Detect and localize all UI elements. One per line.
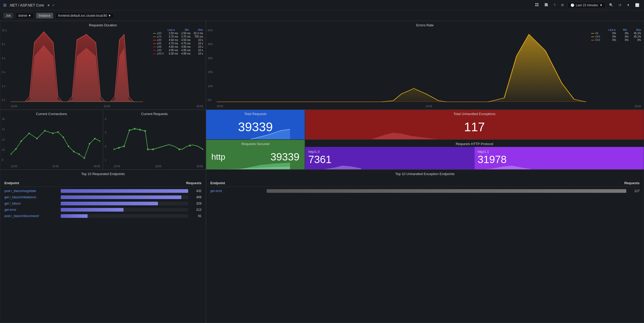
req-x-axis: 19:50 19:55 20:00 — [114, 165, 203, 168]
connections-chart — [11, 118, 100, 162]
connections-y-axis: 8 10 12 14 16 — [2, 118, 5, 162]
current-requests-panel: Current Requests 1 2 3 4 19:50 19:55 20:… — [103, 110, 206, 170]
http11-panel: http/1.1 31978 — [475, 147, 644, 169]
svg-rect-2 — [535, 5, 537, 6]
endpoint-label: get error — [210, 189, 262, 193]
nav-logo: ⊞ .NET / ASP.NET Core — [3, 3, 44, 8]
job-dropdown[interactable]: dotnet ▼ — [15, 13, 34, 19]
nav-actions: ? ⚙ 🕐 Last 15 minutes ▼ 🔍 ↺ ▼ ⬜ — [533, 2, 641, 9]
bar-container — [61, 208, 188, 212]
time-range-picker[interactable]: 🕐 Last 15 minutes ▼ — [568, 2, 606, 8]
share-icon[interactable]: ⤢ — [52, 3, 55, 7]
help-button[interactable]: ? — [552, 2, 557, 8]
top-exc-endpoints-panel: Top 10 Unhandled Exception Endpoints End… — [206, 170, 644, 323]
total-requests-value: 39339 — [238, 120, 273, 134]
bar-fill — [61, 208, 124, 212]
svg-point-14 — [63, 136, 64, 138]
main-content: Requests Duration 0 s 2 s 4 s 6 s 8 s 10… — [0, 21, 644, 323]
add-panel-button[interactable] — [533, 2, 541, 9]
svg-rect-0 — [535, 3, 537, 4]
svg-point-29 — [147, 148, 149, 150]
duration-x-axis: 19:50 19:55 20:00 — [11, 105, 203, 108]
svg-point-16 — [73, 151, 75, 152]
top-endpoints-header: Endpoint Requests — [4, 179, 201, 187]
svg-point-31 — [179, 148, 180, 150]
secured-value-container: http 39339 — [206, 147, 305, 167]
tv-button[interactable]: ⬜ — [634, 2, 641, 8]
total-requests-panel: Total Requests 39339 — [206, 110, 305, 140]
http-protocol-panel: Requests HTTP Protocol http/1.0 7361 — [305, 140, 644, 170]
svg-point-26 — [134, 128, 136, 130]
clock-icon: 🕐 — [571, 3, 574, 7]
secured-title: Requests Secured — [206, 140, 305, 147]
requests-col-header: Requests — [186, 181, 201, 185]
exc-requests-col-header: Requests — [624, 181, 640, 185]
grid-icon: ⊞ — [3, 3, 7, 7]
row1: Requests Duration 0 s 2 s 4 s 6 s 8 s 10… — [0, 21, 644, 110]
errors-y-axis: 0% 10% 20% 30% 40% 50% — [208, 29, 213, 101]
exc-endpoint-col-header: Endpoint — [210, 181, 225, 185]
current-connections-panel: Current Connections 8 10 12 14 16 19:50 … — [0, 110, 103, 170]
errors-x-axis: 19:50 19:55 20:00 — [217, 105, 641, 108]
refresh-button[interactable]: ↺ — [617, 2, 623, 8]
total-exceptions-panel: Total Unhandled Exceptions 117 — [305, 110, 644, 140]
settings-button[interactable]: ⚙ — [559, 2, 566, 8]
bar-fill — [61, 214, 88, 218]
secured-value: 39339 — [271, 151, 299, 163]
svg-point-9 — [28, 133, 30, 134]
bar-fill — [61, 189, 188, 193]
errors-rate-panel: Errors Rate 0% 10% 20% 30% 40% 50% 19:50… — [206, 21, 644, 110]
p50-color — [153, 33, 156, 34]
total-exc-value-container: 117 — [305, 117, 644, 137]
svg-rect-3 — [537, 5, 538, 6]
svg-point-12 — [52, 133, 53, 134]
bar-container — [61, 195, 188, 199]
table-row: get error 213 — [4, 207, 201, 213]
total-exc-title: Total Unhandled Exceptions — [305, 110, 644, 117]
instance-dropdown[interactable]: frontend.default.svc.cluster.local:80 ▼ — [55, 13, 114, 19]
http10-label: http/1.0 — [308, 150, 320, 154]
row2-right: Total Requests 39339 Total Unhandled Exc… — [206, 110, 644, 170]
bar-value: 409 — [192, 195, 201, 199]
nav-title: .NET / ASP.NET Core — [9, 3, 44, 7]
top-exc-header: Endpoint Requests — [210, 179, 640, 187]
endpoint-label: get /_blazor — [4, 202, 57, 205]
svg-rect-1 — [537, 3, 538, 4]
bar-value: 432 — [192, 189, 201, 193]
zoom-out-button[interactable]: 🔍 — [608, 2, 615, 8]
bar-container — [267, 189, 626, 193]
http10-panel: http/1.0 7361 — [305, 147, 475, 169]
save-button[interactable] — [543, 2, 550, 9]
errors-rate-title: Errors Rate — [206, 21, 644, 28]
bar-fill — [61, 195, 181, 199]
chevron-icon: ▼ — [28, 14, 31, 17]
current-req-chart — [114, 118, 203, 162]
secured-label: http — [211, 152, 225, 162]
svg-point-15 — [68, 146, 69, 147]
svg-point-28 — [144, 130, 146, 132]
svg-point-24 — [123, 145, 125, 147]
chevron-down-icon: ▼ — [599, 3, 603, 7]
requests-duration-title: Requests Duration — [0, 21, 206, 28]
http-protocol-items: http/1.0 7361 http/1.1 31978 — [305, 147, 644, 169]
total-exceptions-value: 117 — [464, 120, 485, 134]
top-endpoints-title: Top 10 Requested Endpoints — [0, 170, 206, 177]
requests-duration-panel: Requests Duration 0 s 2 s 4 s 6 s 8 s 10… — [0, 21, 206, 110]
svg-point-32 — [189, 145, 191, 146]
row3: Top 10 Requested Endpoints Endpoint Requ… — [0, 170, 644, 323]
svg-point-13 — [57, 131, 59, 133]
table-row: get /_blazor/initializers/ 409 — [4, 194, 201, 200]
http-protocol-title: Requests HTTP Protocol — [305, 140, 644, 147]
bar-fill — [61, 202, 158, 205]
svg-point-10 — [36, 138, 38, 139]
svg-point-30 — [152, 148, 154, 150]
svg-point-8 — [20, 140, 22, 142]
svg-point-20 — [94, 138, 96, 139]
bar-value: 213 — [192, 208, 201, 212]
refresh-interval-button[interactable]: ▼ — [625, 2, 631, 8]
star-icon[interactable]: ★ — [47, 3, 50, 7]
svg-point-17 — [78, 153, 80, 155]
connections-x-axis: 19:50 19:55 20:00 — [11, 165, 100, 168]
bar-container — [61, 189, 188, 193]
table-row: get error 117 — [210, 188, 640, 194]
